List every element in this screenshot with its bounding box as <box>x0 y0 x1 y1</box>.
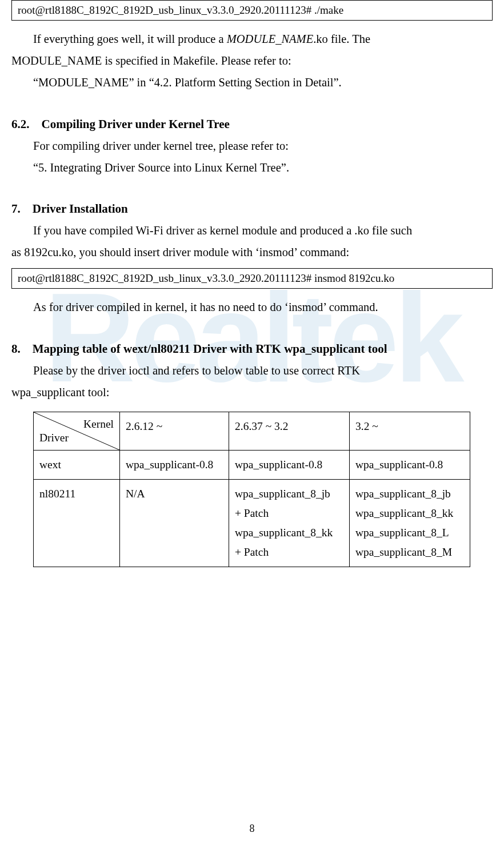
paragraph: For compiling driver under kernel tree, … <box>11 135 493 157</box>
row-header: wext <box>34 450 120 479</box>
heading-7: 7. Driver Installation <box>11 198 493 220</box>
command-box-insmod: root@rtl8188C_8192C_8192D_usb_linux_v3.3… <box>11 268 493 289</box>
heading-8: 8. Mapping table of wext/nl80211 Driver … <box>11 338 493 360</box>
text: wpa_supplicant_8_M <box>355 543 464 562</box>
text: + Patch <box>235 504 343 523</box>
text: wpa_supplicant_8_jb <box>235 484 343 504</box>
page-number: 8 <box>0 823 504 835</box>
text: wpa_supplicant_8_kk <box>235 523 343 543</box>
paragraph: “MODULE_NAME” in “4.2. Platform Setting … <box>11 72 493 94</box>
paragraph: wpa_supplicant tool: <box>11 382 493 404</box>
text: wpa_supplicant_8_kk <box>355 504 464 523</box>
paragraph: If you have compiled Wi-Fi driver as ker… <box>11 220 493 242</box>
col-header: 2.6.12 ~ <box>120 412 229 450</box>
heading-6-2: 6.2. Compiling Driver under Kernel Tree <box>11 113 493 135</box>
col-header: 2.6.37 ~ 3.2 <box>229 412 350 450</box>
table-row: wext wpa_supplicant-0.8 wpa_supplicant-0… <box>34 450 470 479</box>
row-axis-label: Driver <box>39 428 69 448</box>
table-header-row: Kernel Driver 2.6.12 ~ 2.6.37 ~ 3.2 3.2 … <box>34 412 470 450</box>
text: wpa_supplicant_8_jb <box>355 484 464 504</box>
module-name-italic: MODULE_NAME <box>227 33 313 45</box>
diagonal-header-cell: Kernel Driver <box>34 412 120 450</box>
text: + Patch <box>235 543 343 562</box>
col-header: 3.2 ~ <box>350 412 470 450</box>
mapping-table: Kernel Driver 2.6.12 ~ 2.6.37 ~ 3.2 3.2 … <box>33 412 470 568</box>
text: wpa_supplicant_8_L <box>355 523 464 543</box>
paragraph: as 8192cu.ko, you should insert driver m… <box>11 242 493 264</box>
cell: wpa_supplicant_8_jb wpa_supplicant_8_kk … <box>350 479 470 567</box>
paragraph: MODULE_NAME is specified in Makefile. Pl… <box>11 50 493 72</box>
table-row: nl80211 N/A wpa_supplicant_8_jb + Patch … <box>34 479 470 567</box>
text: If everything goes well, it will produce… <box>33 33 227 45</box>
cell: N/A <box>120 479 229 567</box>
paragraph: As for driver compiled in kernel, it has… <box>11 297 493 318</box>
row-header: nl80211 <box>34 479 120 567</box>
cell: wpa_supplicant-0.8 <box>229 450 350 479</box>
text: .ko file. The <box>313 33 370 45</box>
cell: wpa_supplicant-0.8 <box>120 450 229 479</box>
paragraph: Please by the driver ioctl and refers to… <box>11 360 493 382</box>
cell: wpa_supplicant-0.8 <box>350 450 470 479</box>
paragraph: “5. Integrating Driver Source into Linux… <box>11 157 493 179</box>
cell: wpa_supplicant_8_jb + Patch wpa_supplica… <box>229 479 350 567</box>
col-axis-label: Kernel <box>83 414 114 434</box>
command-box-make: root@rtl8188C_8192C_8192D_usb_linux_v3.3… <box>11 0 493 21</box>
paragraph: If everything goes well, it will produce… <box>11 29 493 50</box>
